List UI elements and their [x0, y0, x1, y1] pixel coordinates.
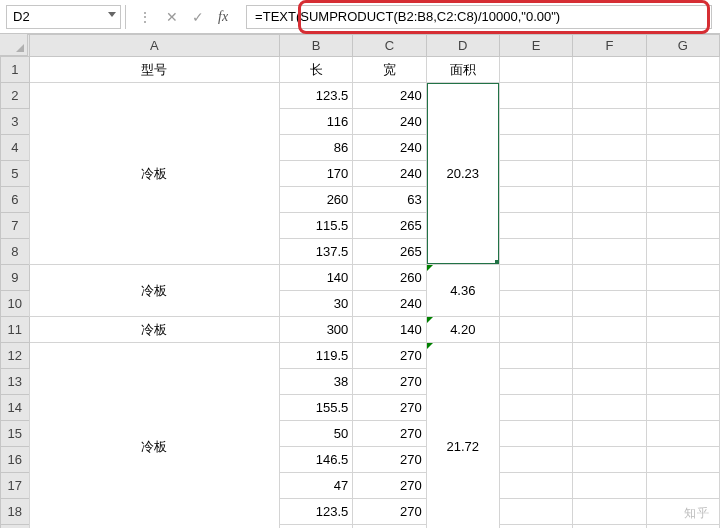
cell-B[interactable]: 38 — [280, 369, 353, 395]
cell-G[interactable] — [646, 473, 719, 499]
cell-F[interactable] — [573, 369, 646, 395]
cell-header-A[interactable]: 型号 — [29, 57, 280, 83]
cell-G[interactable] — [646, 343, 719, 369]
cell-B[interactable]: 140 — [280, 265, 353, 291]
cell-G[interactable] — [646, 213, 719, 239]
cell-F[interactable] — [573, 499, 646, 525]
cell-C[interactable]: 270 — [353, 369, 426, 395]
cell-D-area[interactable]: 4.20 — [426, 317, 499, 343]
cell-G[interactable] — [646, 395, 719, 421]
cell-E[interactable] — [499, 161, 572, 187]
cell-C[interactable]: 270 — [353, 473, 426, 499]
cell-F[interactable] — [573, 161, 646, 187]
cell-G[interactable] — [646, 525, 719, 529]
row-header[interactable]: 1 — [1, 57, 30, 83]
row-header[interactable]: 9 — [1, 265, 30, 291]
cell-G[interactable] — [646, 369, 719, 395]
column-header-G[interactable]: G — [646, 35, 719, 57]
cell-F[interactable] — [573, 57, 646, 83]
cell-B[interactable]: 86 — [280, 135, 353, 161]
row-header[interactable]: 8 — [1, 239, 30, 265]
cell-C[interactable]: 265 — [353, 213, 426, 239]
formula-input[interactable]: =TEXT(SUMPRODUCT(B2:B8,C2:C8)/10000,"0.0… — [246, 5, 712, 29]
row-header[interactable]: 4 — [1, 135, 30, 161]
cell-B[interactable]: 146.5 — [280, 447, 353, 473]
dots-icon[interactable]: ⋮ — [138, 10, 152, 24]
cell-G[interactable] — [646, 291, 719, 317]
cell-F[interactable] — [573, 83, 646, 109]
column-header-E[interactable]: E — [499, 35, 572, 57]
row-header[interactable]: 2 — [1, 83, 30, 109]
cell-B[interactable]: 300 — [280, 317, 353, 343]
row-header[interactable]: 12 — [1, 343, 30, 369]
cell-F[interactable] — [573, 473, 646, 499]
select-all-corner[interactable] — [0, 34, 28, 56]
cell-B[interactable]: 124.5 — [280, 525, 353, 529]
cell-header-B[interactable]: 长 — [280, 57, 353, 83]
cell-B[interactable]: 116 — [280, 109, 353, 135]
cell-F[interactable] — [573, 447, 646, 473]
cell-E[interactable] — [499, 265, 572, 291]
row-header[interactable]: 16 — [1, 447, 30, 473]
cell-A-merged[interactable]: 冷板 — [29, 83, 280, 265]
cell-F[interactable] — [573, 265, 646, 291]
row-header[interactable]: 14 — [1, 395, 30, 421]
cell-C[interactable]: 63 — [353, 187, 426, 213]
cell-C[interactable]: 270 — [353, 447, 426, 473]
cell-C[interactable]: 270 — [353, 525, 426, 529]
cell-E[interactable] — [499, 395, 572, 421]
cell-C[interactable]: 260 — [353, 265, 426, 291]
cell-E[interactable] — [499, 499, 572, 525]
sheet-grid[interactable]: ABCDEFG 1型号长宽面积2冷板123.524020.23311624048… — [0, 34, 720, 528]
cell-G[interactable] — [646, 83, 719, 109]
cell-F[interactable] — [573, 187, 646, 213]
cell-E[interactable] — [499, 473, 572, 499]
cell-E[interactable] — [499, 83, 572, 109]
cell-C[interactable]: 270 — [353, 499, 426, 525]
column-header-F[interactable]: F — [573, 35, 646, 57]
cell-C[interactable]: 240 — [353, 109, 426, 135]
chevron-down-icon[interactable] — [108, 12, 116, 17]
cell-B[interactable]: 260 — [280, 187, 353, 213]
cell-F[interactable] — [573, 135, 646, 161]
cell-D-area[interactable]: 4.36 — [426, 265, 499, 317]
cell-G[interactable] — [646, 265, 719, 291]
cell-B[interactable]: 123.5 — [280, 83, 353, 109]
cell-B[interactable]: 119.5 — [280, 343, 353, 369]
row-header[interactable]: 15 — [1, 421, 30, 447]
cell-B[interactable]: 50 — [280, 421, 353, 447]
cell-C[interactable]: 240 — [353, 83, 426, 109]
row-header[interactable]: 19 — [1, 525, 30, 529]
enter-icon[interactable]: ✓ — [192, 10, 204, 24]
cell-G[interactable] — [646, 447, 719, 473]
row-header[interactable]: 5 — [1, 161, 30, 187]
cell-C[interactable]: 140 — [353, 317, 426, 343]
cell-E[interactable] — [499, 369, 572, 395]
row-header[interactable]: 7 — [1, 213, 30, 239]
cell-E[interactable] — [499, 213, 572, 239]
cell-G[interactable] — [646, 57, 719, 83]
cell-header-C[interactable]: 宽 — [353, 57, 426, 83]
cell-F[interactable] — [573, 109, 646, 135]
row-header[interactable]: 18 — [1, 499, 30, 525]
cell-F[interactable] — [573, 525, 646, 529]
cell-B[interactable]: 155.5 — [280, 395, 353, 421]
cell-A-merged[interactable]: 冷板 — [29, 317, 280, 343]
column-header-D[interactable]: D — [426, 35, 499, 57]
cell-E[interactable] — [499, 187, 572, 213]
cell-D-area[interactable]: 20.23 — [426, 83, 499, 265]
cell-E[interactable] — [499, 135, 572, 161]
column-header-A[interactable]: A — [29, 35, 280, 57]
cell-F[interactable] — [573, 421, 646, 447]
fx-icon[interactable]: fx — [218, 10, 228, 24]
cell-E[interactable] — [499, 343, 572, 369]
cell-C[interactable]: 265 — [353, 239, 426, 265]
cell-G[interactable] — [646, 239, 719, 265]
cell-G[interactable] — [646, 109, 719, 135]
cell-C[interactable]: 240 — [353, 161, 426, 187]
cell-A-merged[interactable]: 冷板 — [29, 343, 280, 529]
cell-B[interactable]: 137.5 — [280, 239, 353, 265]
cell-C[interactable]: 270 — [353, 395, 426, 421]
cell-G[interactable] — [646, 187, 719, 213]
cell-F[interactable] — [573, 213, 646, 239]
